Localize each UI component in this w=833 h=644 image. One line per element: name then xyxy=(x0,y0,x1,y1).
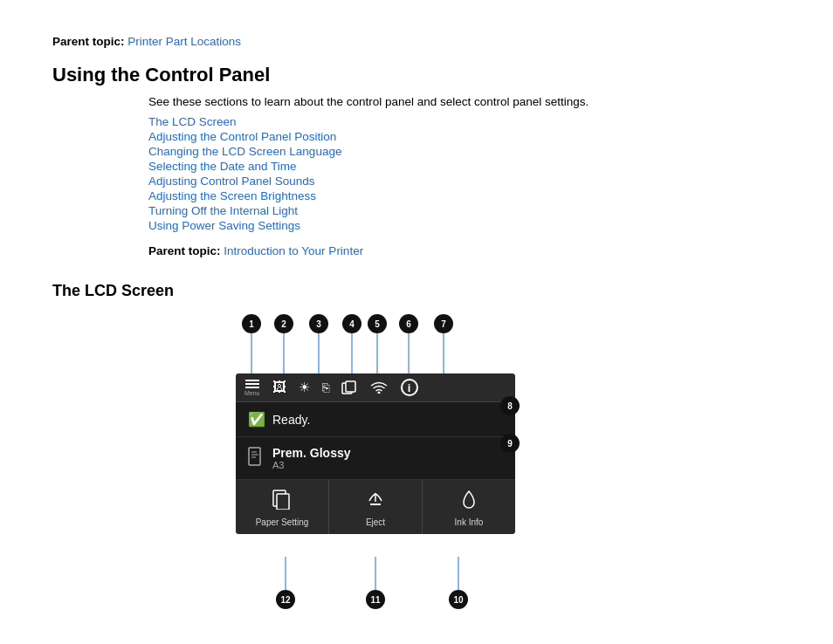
paper-size: A3 xyxy=(272,460,351,470)
eject-button: Eject xyxy=(329,480,423,534)
image-icon: 🖼 xyxy=(272,380,286,395)
svg-rect-19 xyxy=(277,494,289,510)
link-sounds[interactable]: Adjusting Control Panel Sounds xyxy=(148,175,781,188)
callout-5: 5 xyxy=(368,314,387,333)
link-lcd-screen[interactable]: The LCD Screen xyxy=(148,115,781,128)
paper-setting-icon xyxy=(270,489,294,514)
lcd-paper-row: Prem. Glossy A3 xyxy=(236,437,515,480)
info-icon: i xyxy=(401,379,418,396)
copy-icon: ⎘ xyxy=(322,380,329,394)
paper-name: Prem. Glossy xyxy=(272,446,351,460)
callout-9: 9 xyxy=(500,434,520,453)
link-internal-light[interactable]: Turning Off the Internal Light xyxy=(148,204,781,217)
paper-setting-label: Paper Setting xyxy=(256,517,309,527)
callout-8: 8 xyxy=(500,396,520,415)
paper-info: Prem. Glossy A3 xyxy=(272,446,351,470)
callout-3: 3 xyxy=(309,314,328,333)
link-control-panel-position[interactable]: Adjusting the Control Panel Position xyxy=(148,130,781,143)
lcd-diagram-wrapper: 1 2 3 4 5 6 7 8 9 12 11 10 Menu xyxy=(148,314,781,644)
ink-icon xyxy=(459,489,478,514)
check-icon: ✅ xyxy=(248,411,265,428)
section2-title: The LCD Screen xyxy=(52,282,781,300)
parent-topic-bottom-label: Parent topic: xyxy=(148,244,221,257)
svg-rect-17 xyxy=(249,448,260,465)
ink-info-label: Ink Info xyxy=(455,517,484,527)
parent-topic-bottom-link[interactable]: Introduction to Your Printer xyxy=(224,244,363,257)
callout-12: 12 xyxy=(276,590,295,609)
svg-point-16 xyxy=(377,392,380,394)
callout-10: 10 xyxy=(449,590,468,609)
eject-icon xyxy=(365,489,386,514)
links-list: The LCD Screen Adjusting the Control Pan… xyxy=(148,115,781,232)
paper-setting-button: Paper Setting xyxy=(236,480,329,534)
lcd-status-row: ✅ Ready. xyxy=(236,402,515,437)
menu-icon: Menu xyxy=(244,379,260,396)
callout-4: 4 xyxy=(342,314,361,333)
callout-1: 1 xyxy=(242,314,261,333)
callout-2: 2 xyxy=(274,314,293,333)
section1-title: Using the Control Panel xyxy=(52,64,781,86)
wifi-icon xyxy=(369,381,389,394)
parent-topic-bottom: Parent topic: Introduction to Your Print… xyxy=(148,244,781,257)
ink-info-button: Ink Info xyxy=(423,480,515,534)
brightness-icon: ☀ xyxy=(299,380,310,395)
parent-topic-label: Parent topic: xyxy=(52,35,125,48)
section1-intro: See these sections to learn about the co… xyxy=(148,95,781,108)
link-lcd-language[interactable]: Changing the LCD Screen Language xyxy=(148,145,781,158)
parent-topic-top: Parent topic: Printer Part Locations xyxy=(52,35,781,48)
callout-7: 7 xyxy=(434,314,453,333)
parent-topic-link[interactable]: Printer Part Locations xyxy=(127,35,241,48)
lcd-top-bar: Menu 🖼 ☀ ⎘ xyxy=(236,373,515,402)
callout-11: 11 xyxy=(366,590,385,609)
paper-icon xyxy=(248,447,264,470)
svg-rect-15 xyxy=(346,381,355,392)
copy2-icon xyxy=(341,380,357,394)
callout-6: 6 xyxy=(399,314,418,333)
link-brightness[interactable]: Adjusting the Screen Brightness xyxy=(148,189,781,202)
link-power-saving[interactable]: Using Power Saving Settings xyxy=(148,219,781,232)
diagram-area: 1 2 3 4 5 6 7 8 9 12 11 10 Menu xyxy=(148,314,515,644)
lcd-buttons-row: Paper Setting Eject xyxy=(236,480,515,534)
link-date-time[interactable]: Selecting the Date and Time xyxy=(148,160,781,173)
status-text: Ready. xyxy=(272,413,310,427)
lcd-screen: Menu 🖼 ☀ ⎘ xyxy=(236,373,515,534)
eject-label: Eject xyxy=(366,517,385,527)
